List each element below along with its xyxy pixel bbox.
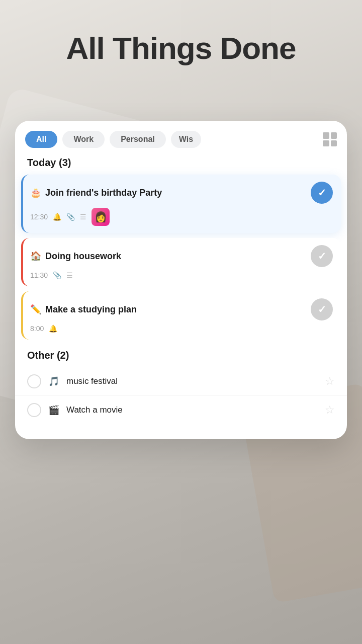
attachment-icon: 📎 [53, 271, 61, 279]
check-mark-icon: ✓ [318, 303, 326, 315]
bell-icon: 🔔 [53, 213, 61, 221]
star-icon[interactable]: ☆ [325, 375, 335, 388]
task-title-row: 🎂 Join friend's birthday Party ✓ [30, 182, 333, 204]
list-icon: ☰ [66, 271, 73, 279]
task-emoji: 🎂 [30, 187, 41, 198]
task-item[interactable]: 🏠 Doing housework ✓ 11:30 📎 ☰ [21, 238, 341, 286]
check-mark-icon: ✓ [318, 250, 326, 262]
attachment-icon: 📎 [66, 213, 75, 221]
other-task-title: Watch a movie [66, 405, 318, 415]
app-title: All Things Done [0, 30, 362, 66]
grid-dot [331, 140, 337, 147]
today-section-header: Today (3) [15, 157, 347, 169]
task-meta: 8:00 🔔 [30, 325, 333, 333]
task-meta: 11:30 📎 ☰ [30, 271, 333, 279]
other-section: Other (2) 🎵 music festival ☆ 🎬 Watch a m… [15, 350, 347, 424]
task-item[interactable]: 🎂 Join friend's birthday Party ✓ 12:30 🔔… [21, 175, 341, 233]
filter-tabs-bar: All Work Personal Wis [15, 131, 347, 148]
task-title: Doing housework [45, 251, 306, 262]
other-section-title: Other (2) [27, 350, 69, 361]
list-icon: ☰ [80, 213, 86, 221]
today-section-title: Today (3) [27, 157, 71, 168]
grid-dot [323, 132, 329, 139]
circle-check-button[interactable] [27, 403, 41, 417]
star-icon[interactable]: ☆ [325, 404, 335, 417]
task-item[interactable]: ✏️ Make a studying plan ✓ 8:00 🔔 [21, 291, 341, 340]
other-emoji: 🎬 [48, 405, 59, 416]
tab-all[interactable]: All [25, 131, 57, 148]
check-mark-icon: ✓ [318, 187, 326, 199]
other-section-header: Other (2) [15, 350, 347, 361]
other-task-item[interactable]: 🎬 Watch a movie ☆ [15, 396, 347, 424]
tab-work[interactable]: Work [62, 131, 105, 148]
task-title-row: ✏️ Make a studying plan ✓ [30, 298, 333, 320]
task-emoji: ✏️ [30, 304, 41, 315]
task-time: 8:00 [30, 325, 44, 333]
task-meta: 12:30 🔔 📎 ☰ 👩 [30, 208, 333, 226]
circle-check-button[interactable] [27, 374, 41, 388]
task-title: Make a studying plan [45, 304, 306, 315]
task-thumbnail: 👩 [92, 208, 110, 226]
task-check-button[interactable]: ✓ [311, 182, 333, 204]
bell-icon: 🔔 [49, 325, 57, 333]
task-title-row: 🏠 Doing housework ✓ [30, 245, 333, 267]
grid-dot [323, 140, 329, 147]
other-emoji: 🎵 [48, 376, 59, 387]
other-task-item[interactable]: 🎵 music festival ☆ [15, 367, 347, 396]
task-check-button[interactable]: ✓ [311, 245, 333, 267]
task-title: Join friend's birthday Party [45, 188, 306, 198]
task-check-button[interactable]: ✓ [311, 298, 333, 320]
task-time: 11:30 [30, 271, 48, 279]
grid-dot [331, 132, 337, 139]
task-time: 12:30 [30, 213, 48, 221]
tab-personal[interactable]: Personal [110, 131, 166, 148]
other-task-title: music festival [66, 376, 318, 386]
main-card: All Work Personal Wis Today (3) 🎂 Join f… [15, 121, 347, 439]
tab-wishlist[interactable]: Wis [171, 131, 201, 148]
task-emoji: 🏠 [30, 251, 41, 262]
grid-view-icon[interactable] [323, 132, 337, 146]
